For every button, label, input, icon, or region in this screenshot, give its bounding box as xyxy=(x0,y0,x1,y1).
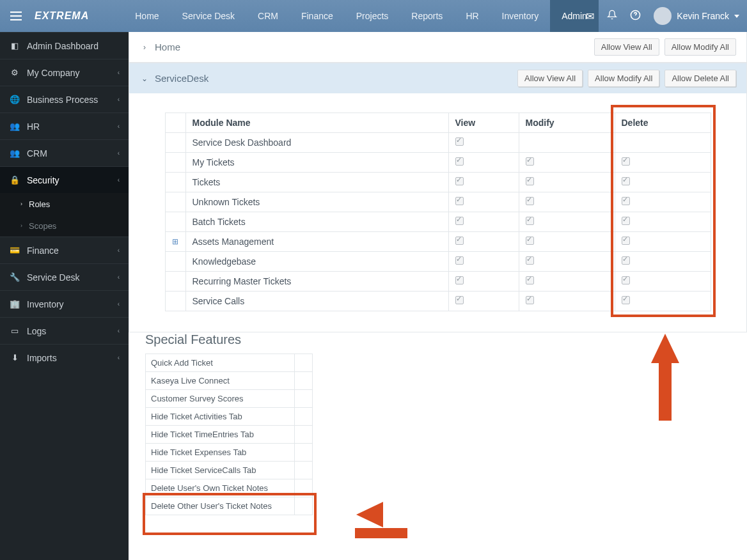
feature-name: Kaseya Live Connect xyxy=(146,372,295,390)
mail-icon[interactable]: ✉ xyxy=(586,10,594,22)
checkbox[interactable] xyxy=(526,276,534,284)
sidebar-item-my-company[interactable]: ⚙My Company‹ xyxy=(0,59,129,86)
chevron-right-icon[interactable]: › xyxy=(139,43,150,52)
sidebar-subitem-scopes[interactable]: ›Scopes xyxy=(0,215,129,237)
nav-crm[interactable]: CRM xyxy=(246,0,290,32)
sidebar-item-crm[interactable]: 👥CRM‹ xyxy=(0,139,129,166)
delete-cell xyxy=(615,292,711,311)
sidebar: ◧Admin Dashboard⚙My Company‹🌐Business Pr… xyxy=(0,32,129,560)
checkbox[interactable] xyxy=(455,256,464,265)
checkbox[interactable] xyxy=(622,177,630,185)
checkbox[interactable] xyxy=(526,157,534,166)
checkbox[interactable] xyxy=(455,217,464,225)
sidebar-item-hr[interactable]: 👥HR‹ xyxy=(0,113,129,139)
delete-cell xyxy=(615,192,711,212)
module-name: Service Calls xyxy=(185,292,448,311)
chevron-left-icon: ‹ xyxy=(118,69,120,76)
topbar: EXTREMA HomeService DeskCRMFinanceProjec… xyxy=(0,0,747,32)
permissions-table: Module Name View Modify Delete Service D… xyxy=(165,113,711,311)
allow-modify-all-button[interactable]: Allow Modify All xyxy=(588,70,659,87)
checkbox[interactable] xyxy=(455,157,464,166)
checkbox[interactable] xyxy=(622,256,630,265)
chevron-down-icon[interactable]: ⌄ xyxy=(139,74,150,83)
nav-reports[interactable]: Reports xyxy=(400,0,454,32)
checkbox[interactable] xyxy=(622,197,630,205)
table-row: Recurring Master Tickets xyxy=(165,272,711,292)
feature-name: Delete Other User's Ticket Notes xyxy=(146,497,295,515)
allow-modify-all-button[interactable]: Allow Modify All xyxy=(664,38,736,56)
user-menu[interactable]: Kevin Franck xyxy=(654,7,739,25)
special-features-title: Special Features xyxy=(145,332,747,347)
nav-projects[interactable]: Projects xyxy=(345,0,400,32)
checkbox[interactable] xyxy=(455,296,464,304)
col-module: Module Name xyxy=(185,113,448,133)
checkbox[interactable] xyxy=(622,296,630,304)
allow-view-all-button[interactable]: Allow View All xyxy=(594,38,659,56)
checkbox[interactable] xyxy=(455,177,464,185)
hamburger-icon[interactable] xyxy=(0,0,32,32)
checkbox[interactable] xyxy=(622,237,630,245)
nav-inventory[interactable]: Inventory xyxy=(491,0,551,32)
panel-title: ServiceDesk xyxy=(155,73,208,84)
module-name: Tickets xyxy=(185,173,448,192)
nav-home[interactable]: Home xyxy=(123,0,170,32)
checkbox[interactable] xyxy=(455,237,464,245)
checkbox[interactable] xyxy=(455,197,464,205)
bell-icon[interactable] xyxy=(607,10,617,22)
checkbox[interactable] xyxy=(526,237,534,245)
checkbox[interactable] xyxy=(526,256,534,265)
sidebar-item-imports[interactable]: ⬇Imports‹ xyxy=(0,344,129,371)
checkbox[interactable] xyxy=(622,217,630,225)
allow-delete-all-button[interactable]: Allow Delete All xyxy=(664,70,736,87)
nav-hr[interactable]: HR xyxy=(454,0,490,32)
table-row: Service Desk Dashboard xyxy=(165,133,711,153)
list-item: Kaseya Live Connect xyxy=(146,372,313,390)
checkbox[interactable] xyxy=(526,197,534,205)
modify-cell xyxy=(519,252,615,272)
panel-home: › Home Allow View All Allow Modify All xyxy=(129,32,747,63)
expand-icon xyxy=(165,173,185,192)
sidebar-item-finance[interactable]: 💳Finance‹ xyxy=(0,237,129,263)
special-features-table: Quick Add TicketKaseya Live ConnectCusto… xyxy=(145,354,313,515)
view-cell xyxy=(448,153,519,173)
nav-finance[interactable]: Finance xyxy=(290,0,345,32)
checkbox[interactable] xyxy=(526,296,534,304)
sidebar-item-admin-dashboard[interactable]: ◧Admin Dashboard xyxy=(0,32,129,59)
sidebar-item-logs[interactable]: ▭Logs‹ xyxy=(0,317,129,344)
expand-icon[interactable]: ⊞ xyxy=(165,232,185,252)
checkbox[interactable] xyxy=(526,217,534,225)
modify-cell xyxy=(519,212,615,232)
sidebar-item-security[interactable]: 🔒Security‹ xyxy=(0,166,129,193)
sidebar-item-label: Admin Dashboard xyxy=(27,41,98,51)
card-icon: 💳 xyxy=(9,245,20,255)
sidebar-item-service-desk[interactable]: 🔧Service Desk‹ xyxy=(0,263,129,290)
list-item: Delete Other User's Ticket Notes xyxy=(146,497,313,515)
nav-service-desk[interactable]: Service Desk xyxy=(171,0,246,32)
avatar xyxy=(654,7,672,25)
checkbox[interactable] xyxy=(622,276,630,284)
checkbox[interactable] xyxy=(455,137,464,146)
sidebar-item-inventory[interactable]: 🏢Inventory‹ xyxy=(0,290,129,317)
content: › Home Allow View All Allow Modify All ⌄… xyxy=(129,32,747,560)
delete-cell xyxy=(615,232,711,252)
sidebar-item-business-process[interactable]: 🌐Business Process‹ xyxy=(0,86,129,113)
panel-title: Home xyxy=(155,42,180,52)
checkbox[interactable] xyxy=(526,177,534,185)
checkbox[interactable] xyxy=(622,157,630,166)
download-icon: ⬇ xyxy=(9,353,20,362)
module-name: Assets Management xyxy=(185,232,448,252)
list-item: Hide Ticket Activities Tab xyxy=(146,408,313,426)
sidebar-subitem-roles[interactable]: ›Roles xyxy=(0,193,129,215)
chevron-left-icon: ‹ xyxy=(118,247,120,254)
allow-view-all-button[interactable]: Allow View All xyxy=(517,70,583,87)
list-item: Customer Survey Scores xyxy=(146,390,313,408)
help-icon[interactable] xyxy=(630,10,641,23)
sidebar-item-label: Business Process xyxy=(27,95,98,105)
view-cell xyxy=(448,133,519,153)
feature-name: Delete User's Own Ticket Notes xyxy=(146,479,295,497)
table-row: Unknown Tickets xyxy=(165,192,711,212)
chevron-left-icon: ‹ xyxy=(118,150,120,157)
expand-icon xyxy=(165,212,185,232)
checkbox[interactable] xyxy=(455,276,464,284)
sidebar-item-label: Service Desk xyxy=(27,272,79,283)
